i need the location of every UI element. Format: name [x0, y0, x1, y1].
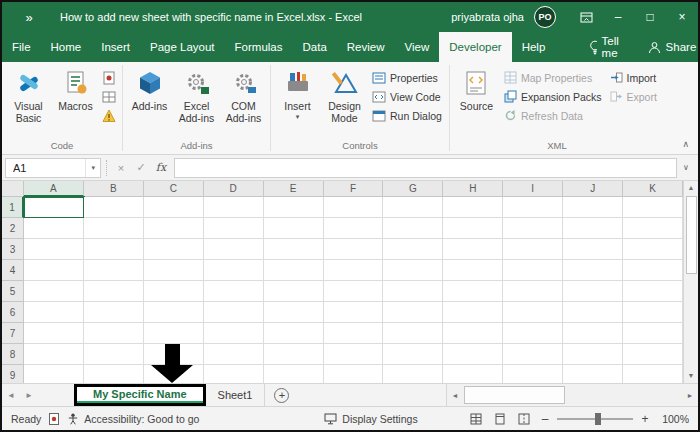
- maximize-button[interactable]: □: [634, 2, 666, 32]
- new-sheet-button[interactable]: +: [274, 388, 289, 403]
- cell-I3[interactable]: [503, 239, 563, 260]
- formula-bar-expand-icon[interactable]: ∨: [677, 163, 695, 172]
- cell-B9[interactable]: [84, 365, 144, 383]
- cell-D1[interactable]: [204, 197, 264, 218]
- cell-H4[interactable]: [443, 260, 503, 281]
- cell-H2[interactable]: [443, 218, 503, 239]
- column-header-E[interactable]: E: [264, 181, 324, 197]
- column-header-F[interactable]: F: [324, 181, 384, 197]
- cell-K6[interactable]: [623, 302, 683, 323]
- cell-I5[interactable]: [503, 281, 563, 302]
- display-settings-button[interactable]: Display Settings: [324, 413, 417, 425]
- cell-D3[interactable]: [204, 239, 264, 260]
- relative-references-icon[interactable]: [102, 90, 116, 104]
- cell-A2[interactable]: [24, 218, 84, 239]
- cell-K4[interactable]: [623, 260, 683, 281]
- cell-J1[interactable]: [563, 197, 623, 218]
- cell-K8[interactable]: [623, 344, 683, 365]
- scroll-up-icon[interactable]: ▲: [688, 181, 695, 195]
- cell-C7[interactable]: [144, 323, 204, 344]
- cell-B2[interactable]: [84, 218, 144, 239]
- cell-E3[interactable]: [264, 239, 324, 260]
- column-header-A[interactable]: A: [24, 181, 84, 197]
- cell-D8[interactable]: [204, 344, 264, 365]
- column-header-I[interactable]: I: [503, 181, 563, 197]
- column-header-K[interactable]: K: [623, 181, 683, 197]
- cell-C1[interactable]: [144, 197, 204, 218]
- tab-home[interactable]: Home: [41, 32, 92, 62]
- name-box-dropdown-icon[interactable]: ▾: [85, 159, 100, 177]
- xml-group-label[interactable]: XML: [453, 139, 661, 154]
- column-header-B[interactable]: B: [84, 181, 144, 197]
- visual-basic-button[interactable]: Visual Basic: [5, 64, 52, 124]
- cell-E8[interactable]: [264, 344, 324, 365]
- tell-me-button[interactable]: Tell me: [581, 32, 631, 62]
- row-header-3[interactable]: 3: [2, 239, 24, 260]
- cell-J4[interactable]: [563, 260, 623, 281]
- add-ins-button[interactable]: Add-ins: [126, 64, 173, 112]
- cell-F3[interactable]: [324, 239, 384, 260]
- column-header-C[interactable]: C: [144, 181, 204, 197]
- cell-C3[interactable]: [144, 239, 204, 260]
- minimize-button[interactable]: –: [602, 2, 634, 32]
- cell-H8[interactable]: [443, 344, 503, 365]
- column-header-J[interactable]: J: [563, 181, 623, 197]
- scroll-left-icon[interactable]: ◄: [447, 384, 463, 406]
- cell-G1[interactable]: [383, 197, 443, 218]
- cell-H5[interactable]: [443, 281, 503, 302]
- macros-button[interactable]: Macros: [52, 64, 99, 112]
- cell-A9[interactable]: [24, 365, 84, 383]
- cell-K3[interactable]: [623, 239, 683, 260]
- sheet-nav-right-icon[interactable]: ►: [20, 384, 38, 406]
- cell-A5[interactable]: [24, 281, 84, 302]
- cell-J8[interactable]: [563, 344, 623, 365]
- horizontal-scrollbar[interactable]: ◄ ►: [446, 384, 698, 406]
- cell-G2[interactable]: [383, 218, 443, 239]
- cell-I8[interactable]: [503, 344, 563, 365]
- cell-F2[interactable]: [324, 218, 384, 239]
- scroll-down-icon[interactable]: ▼: [688, 369, 695, 383]
- tab-formulas[interactable]: Formulas: [225, 32, 293, 62]
- cell-F6[interactable]: [324, 302, 384, 323]
- cell-J9[interactable]: [563, 365, 623, 383]
- cell-D9[interactable]: [204, 365, 264, 383]
- cell-E9[interactable]: [264, 365, 324, 383]
- horizontal-scrollbar-thumb[interactable]: [464, 386, 565, 404]
- cell-B5[interactable]: [84, 281, 144, 302]
- cell-B7[interactable]: [84, 323, 144, 344]
- cell-D6[interactable]: [204, 302, 264, 323]
- cell-F9[interactable]: [324, 365, 384, 383]
- column-header-D[interactable]: D: [204, 181, 264, 197]
- tab-insert[interactable]: Insert: [91, 32, 140, 62]
- cell-K9[interactable]: [623, 365, 683, 383]
- row-header-6[interactable]: 6: [2, 302, 24, 323]
- cell-B8[interactable]: [84, 344, 144, 365]
- cell-H7[interactable]: [443, 323, 503, 344]
- zoom-slider[interactable]: [557, 418, 633, 420]
- close-button[interactable]: ×: [666, 2, 698, 32]
- cell-E4[interactable]: [264, 260, 324, 281]
- column-header-H[interactable]: H: [443, 181, 503, 197]
- cell-G6[interactable]: [383, 302, 443, 323]
- cell-E6[interactable]: [264, 302, 324, 323]
- insert-controls-button[interactable]: Insert ▾: [274, 64, 321, 121]
- cell-B3[interactable]: [84, 239, 144, 260]
- cell-K7[interactable]: [623, 323, 683, 344]
- macro-security-icon[interactable]: [102, 109, 116, 123]
- cell-E2[interactable]: [264, 218, 324, 239]
- insert-function-button[interactable]: fx: [151, 161, 171, 174]
- horizontal-scrollbar-track[interactable]: [463, 384, 682, 406]
- code-group-label[interactable]: Code: [5, 139, 119, 154]
- cell-K2[interactable]: [623, 218, 683, 239]
- row-header-1[interactable]: 1: [2, 197, 24, 218]
- cell-I7[interactable]: [503, 323, 563, 344]
- cell-G8[interactable]: [383, 344, 443, 365]
- cell-A1[interactable]: [24, 197, 84, 218]
- cell-H1[interactable]: [443, 197, 503, 218]
- cell-K1[interactable]: [623, 197, 683, 218]
- sheet-nav-left-icon[interactable]: ◄: [2, 384, 20, 406]
- cell-I4[interactable]: [503, 260, 563, 281]
- expansion-packs-button[interactable]: Expansion Packs: [504, 89, 602, 104]
- cell-I9[interactable]: [503, 365, 563, 383]
- cell-C2[interactable]: [144, 218, 204, 239]
